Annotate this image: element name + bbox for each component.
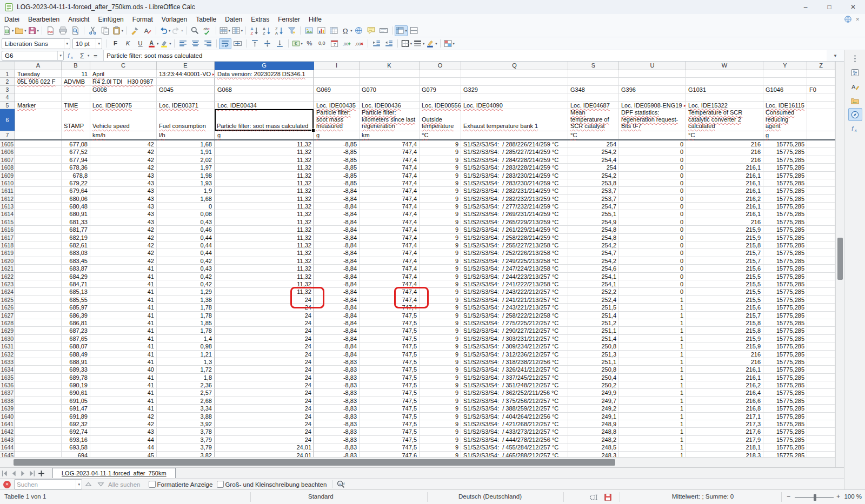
row-header-1630[interactable]: 1630 <box>0 335 15 342</box>
cell-Q6[interactable]: Exhaust temperature bank 1 <box>461 109 568 131</box>
cell-A1632[interactable] <box>15 351 62 358</box>
cell-K1645[interactable]: 747,6 <box>360 452 420 457</box>
cell-W1644[interactable]: 218,1 <box>686 443 763 451</box>
cell-U1619[interactable]: 0 <box>619 249 686 257</box>
cell-U1628[interactable]: 1 <box>619 319 686 327</box>
row-header-1610[interactable]: 1610 <box>0 179 15 187</box>
cell-C1643[interactable]: 44 <box>90 436 157 443</box>
sort-button[interactable]: AZ <box>248 25 261 36</box>
cell-K1605[interactable]: 747,4 <box>360 140 420 148</box>
cell-A1626[interactable] <box>15 304 62 311</box>
sum-button[interactable]: Σ▾ <box>77 50 90 61</box>
cell-B1626[interactable]: 685,97 <box>62 304 90 311</box>
cell-E1629[interactable]: 1,78 <box>157 327 215 334</box>
cell-B1623[interactable]: 684,71 <box>62 280 90 288</box>
cell-C1634[interactable]: 40 <box>90 366 157 373</box>
row-header-4[interactable]: 4 <box>0 93 15 101</box>
zoom-level[interactable]: 100 % <box>841 493 862 500</box>
cell-E1[interactable]: 13:23:44:40001-VO <box>157 70 215 78</box>
cell-C1640[interactable]: 42 <box>90 413 157 420</box>
cell-Z1638[interactable] <box>807 397 835 405</box>
cell-E1630[interactable]: 1,4 <box>157 335 215 342</box>
cell-O5[interactable]: Loc. IDE00556 <box>420 102 461 109</box>
cell-G1644[interactable]: 24,01 <box>215 443 314 451</box>
cell-A1618[interactable] <box>15 241 62 249</box>
cell-U1631[interactable]: 1 <box>619 342 686 350</box>
cell-Q1621[interactable]: S1/S2/S3/S4: / 247/224/213/258 °C <box>461 265 568 272</box>
cell-A1636[interactable] <box>15 381 62 389</box>
functions-deck-button[interactable]: fx <box>848 122 862 135</box>
cell-C1620[interactable]: 42 <box>90 257 157 265</box>
cell-A3[interactable] <box>15 86 62 93</box>
cell-G1631[interactable]: 24 <box>215 342 314 350</box>
cell-S4[interactable] <box>568 93 619 101</box>
cell-C1607[interactable]: 42 <box>90 156 157 164</box>
cell-U1616[interactable]: 0 <box>619 226 686 233</box>
cell-Q1606[interactable]: S1/S2/S3/S4: / 285/227/214/259 °C <box>461 148 568 156</box>
menu-hilfe[interactable]: Hilfe <box>304 14 326 24</box>
cell-E1634[interactable]: 1,72 <box>157 366 215 373</box>
cell-U1618[interactable]: 0 <box>619 241 686 249</box>
cell-K1621[interactable]: 747,4 <box>360 265 420 272</box>
cell-I1607[interactable]: -8,85 <box>314 156 360 164</box>
cell-C1636[interactable]: 41 <box>90 381 157 389</box>
chevron-down-icon[interactable]: ▾ <box>64 39 70 49</box>
cell-E1622[interactable]: 0,42 <box>157 273 215 280</box>
cell-I1623[interactable]: -8,84 <box>314 280 360 288</box>
cell-G1609[interactable]: 11,32 <box>215 172 314 179</box>
cell-C1610[interactable]: 43 <box>90 179 157 187</box>
cell-S6[interactable]: Mean temperature of SCR catalyst <box>568 109 619 131</box>
cell-I1626[interactable]: -8,84 <box>314 304 360 311</box>
cell-S1606[interactable]: 254,2 <box>568 148 619 156</box>
cell-Z1636[interactable] <box>807 381 835 389</box>
cell-C1632[interactable]: 41 <box>90 351 157 358</box>
cell-Y1637[interactable]: 15775,285 <box>763 389 807 397</box>
cell-E1621[interactable]: 0,43 <box>157 265 215 272</box>
cell-Y1639[interactable]: 15775,285 <box>763 405 807 412</box>
cell-Y1630[interactable]: 15775,285 <box>763 335 807 342</box>
cell-E2[interactable] <box>157 78 215 85</box>
cell-K1611[interactable]: 747,4 <box>360 187 420 194</box>
cell-Z1634[interactable] <box>807 366 835 373</box>
cell-E1642[interactable]: 3,78 <box>157 428 215 435</box>
cell-K1625[interactable]: 747,4 <box>360 296 420 304</box>
row-header-1615[interactable]: 1615 <box>0 218 15 226</box>
cell-Q1631[interactable]: S1/S2/S3/S4: / 309/234/212/257 °C <box>461 342 568 350</box>
row-header-1638[interactable]: 1638 <box>0 397 15 405</box>
cell-Z1614[interactable] <box>807 210 835 218</box>
cell-A1623[interactable] <box>15 280 62 288</box>
cell-G1613[interactable]: 11,32 <box>215 203 314 210</box>
split-window-button[interactable] <box>408 25 420 36</box>
cell-G1614[interactable]: 11,32 <box>215 210 314 218</box>
cell-I1645[interactable]: -8,83 <box>314 452 360 457</box>
cell-U1642[interactable]: 1 <box>619 428 686 435</box>
cell-Q1628[interactable]: S1/S2/S3/S4: / 275/225/212/257 °C <box>461 319 568 327</box>
menu-einfgen[interactable]: Einfügen <box>94 14 128 24</box>
cell-Y1611[interactable]: 15775,285 <box>763 187 807 194</box>
row-header-1621[interactable]: 1621 <box>0 265 15 272</box>
menu-format[interactable]: Format <box>128 14 157 24</box>
cell-Z1640[interactable] <box>807 413 835 420</box>
cell-O1638[interactable]: 9 <box>420 397 461 405</box>
cell-S5[interactable]: Loc. IDE04687 <box>568 102 619 109</box>
horizontal-scrollbar[interactable] <box>0 457 835 468</box>
chevron-down-icon[interactable]: ▾ <box>96 39 102 49</box>
cell-K1637[interactable]: 747,5 <box>360 389 420 397</box>
cell-C1613[interactable]: 43 <box>90 203 157 210</box>
name-box[interactable]: G6 ▾ <box>2 51 64 61</box>
cell-Q1624[interactable]: S1/S2/S3/S4: / 243/222/212/257 °C <box>461 288 568 295</box>
row-header-1626[interactable]: 1626 <box>0 304 15 311</box>
globe-icon[interactable] <box>843 15 853 24</box>
cell-O1627[interactable]: 9 <box>420 312 461 319</box>
cell-C2[interactable]: R4 2.0l TDI H30 0987 <box>90 78 157 85</box>
indent-increase-button[interactable] <box>370 38 383 49</box>
cell-E1631[interactable]: 0,98 <box>157 342 215 350</box>
row-header-1627[interactable]: 1627 <box>0 312 15 319</box>
cell-I1637[interactable]: -8,83 <box>314 389 360 397</box>
cell-Q1617[interactable]: S1/S2/S3/S4: / 258/228/214/259 °C <box>461 234 568 241</box>
cell-I1[interactable] <box>314 70 360 78</box>
cell-G1620[interactable]: 11,32 <box>215 257 314 265</box>
cell-G1608[interactable]: 11,32 <box>215 164 314 171</box>
cell-K1643[interactable]: 747,5 <box>360 436 420 443</box>
cell-O2[interactable] <box>420 78 461 85</box>
